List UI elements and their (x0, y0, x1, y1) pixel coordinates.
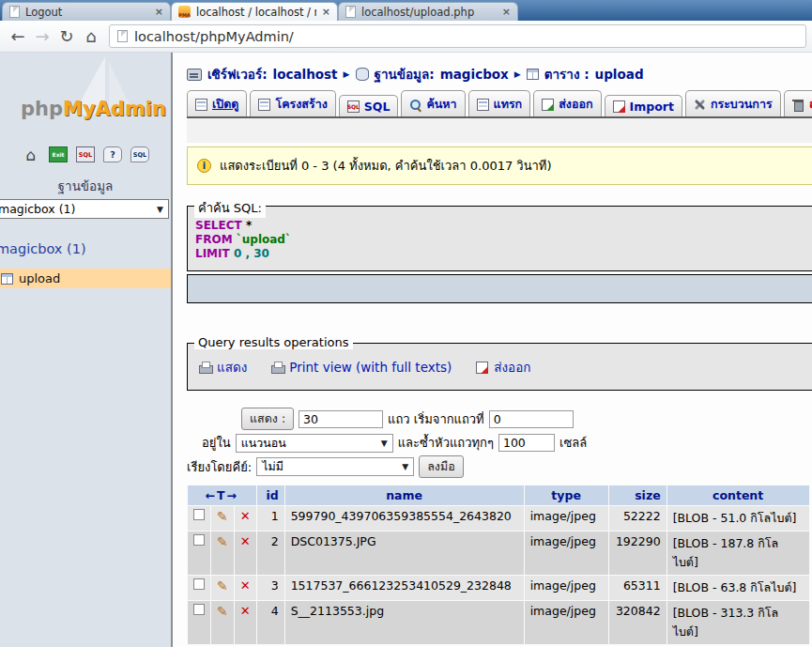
delete-icon[interactable]: ✕ (240, 509, 251, 523)
delete-icon[interactable]: ✕ (240, 578, 251, 593)
close-icon[interactable]: × (502, 6, 511, 18)
mode-row-top: อยู่ใน แนวนอน ▼ และซ้ำหัวแถวทุกๆ เซลล์ (202, 433, 812, 453)
url-text: localhost/phpMyAdmin/ (134, 29, 294, 44)
printer-icon (271, 362, 283, 374)
pma-tab-bar: เปิดดู โครงสร้าง SQL SQL ค้นหา แทรก (187, 90, 812, 118)
sidebar-table-upload[interactable]: upload (0, 269, 171, 288)
cells-label: เซลล์ (559, 433, 587, 453)
tab-import[interactable]: Import (605, 95, 682, 116)
browse-icon (195, 99, 207, 111)
delete-icon[interactable]: ✕ (240, 534, 251, 548)
table-row: ✎ ✕ 4 S__2113553.jpg image/jpeg 320842 [… (188, 601, 810, 645)
table-icon (1, 273, 13, 285)
print-link[interactable]: แสดง (199, 357, 247, 377)
delete-icon[interactable]: ✕ (240, 604, 251, 618)
browser-tab-phpmyadmin[interactable]: PMA localhost / localhost / ma × (171, 2, 338, 21)
tab-search[interactable]: ค้นหา (401, 90, 465, 116)
browser-tab-logout[interactable]: Logout × (2, 2, 171, 21)
edit-icon[interactable]: ✎ (217, 578, 228, 593)
home-icon[interactable]: ⌂ (79, 26, 103, 46)
sql-box-legend: คำค้น SQL: (194, 198, 266, 218)
breadcrumb-db-value[interactable]: magicbox (440, 67, 509, 82)
tab-browse[interactable]: เปิดดู (187, 90, 247, 116)
tab-sql[interactable]: SQL SQL (339, 95, 399, 116)
tab-title: localhost/upload.php (361, 6, 497, 19)
trash-icon (792, 99, 804, 111)
server-icon (187, 69, 202, 81)
export-link[interactable]: ส่งออก (476, 357, 530, 377)
logo-php: php (21, 98, 63, 120)
table-icon (527, 69, 539, 80)
col-content[interactable]: content (666, 485, 809, 506)
sidebar-nav-icons: ⌂ Exit SQL ? SQL (0, 146, 171, 162)
rows-label: แถว เริ่มจากแถวที่ (388, 409, 484, 429)
help-icon[interactable]: ? (103, 146, 122, 162)
database-icon (356, 68, 369, 81)
back-icon[interactable]: ← (6, 26, 30, 46)
chevron-down-icon: ▼ (157, 205, 163, 214)
exit-icon[interactable]: Exit (49, 146, 68, 162)
search-icon (409, 99, 421, 111)
tab-empty[interactable]: ลบข้อมูล (784, 90, 812, 116)
edit-icon[interactable]: ✎ (217, 604, 228, 619)
breadcrumb: เซิร์ฟเวอร์: localhost ▶ ฐานข้อมูล: magi… (187, 53, 812, 85)
rows-count-input[interactable] (299, 410, 383, 428)
export-icon (542, 99, 554, 111)
tab-operations[interactable]: กระบวนการ (685, 90, 781, 116)
import-icon (613, 100, 625, 113)
tab-title: localhost / localhost / ma (196, 6, 316, 19)
go-button[interactable]: ลงมือ (419, 455, 464, 478)
col-id[interactable]: id (256, 485, 284, 506)
tab-title: Logout (25, 6, 149, 19)
row-checkbox[interactable] (193, 578, 205, 590)
close-icon[interactable]: × (155, 6, 163, 18)
col-size[interactable]: size (608, 485, 666, 506)
query-results-operations: Query results operations แสดง Print view… (187, 343, 812, 391)
breadcrumb-server-value[interactable]: localhost (273, 67, 338, 82)
sql-window-icon[interactable]: SQL (76, 146, 95, 162)
pma-sidebar: phpMyAdmin ⌂ Exit SQL ? SQL ฐานข้อมูล ma… (0, 53, 173, 647)
row-checkbox[interactable] (193, 509, 205, 520)
insert-icon (477, 99, 489, 111)
sql-icon: SQL (347, 100, 360, 113)
database-link[interactable]: magicbox (1) (0, 241, 171, 256)
sql-query-box: คำค้น SQL: SELECT * FROM `upload` LIMIT … (187, 206, 812, 271)
col-name[interactable]: name (284, 485, 524, 506)
address-bar[interactable]: localhost/phpMyAdmin/ (109, 24, 806, 48)
browser-toolbar: ← → ↻ ⌂ localhost/phpMyAdmin/ (0, 21, 812, 53)
breadcrumb-db-label: ฐานข้อมูล: (375, 64, 435, 85)
sort-key-select[interactable]: ไม่มี ▼ (256, 457, 414, 476)
print-fulltext-link[interactable]: Print view (with full texts) (271, 360, 452, 375)
table-name: upload (19, 271, 60, 285)
printer-icon (199, 362, 211, 374)
breadcrumb-table-value[interactable]: upload (595, 67, 644, 82)
repeat-headers-input[interactable] (498, 434, 555, 452)
logo-myadmin: MyAdmin (63, 98, 166, 120)
query-history-icon[interactable]: SQL (130, 146, 149, 162)
results-table: ←T→ id name type size content ✎ ✕ 1 5997… (187, 485, 810, 645)
row-checkbox[interactable] (193, 604, 205, 615)
home-icon[interactable]: ⌂ (22, 146, 40, 162)
start-row-input[interactable] (489, 410, 574, 428)
mode-select[interactable]: แนวนอน ▼ (236, 434, 393, 453)
tab-export[interactable]: ส่งออก (533, 90, 601, 116)
database-select[interactable]: magicbox (1) ▼ (0, 199, 169, 219)
row-checkbox[interactable] (193, 534, 205, 546)
breadcrumb-separator-icon: ▶ (344, 69, 350, 79)
edit-icon[interactable]: ✎ (217, 509, 228, 524)
browser-tab-upload[interactable]: localhost/upload.php × (338, 2, 518, 21)
show-button[interactable]: แสดง : (241, 408, 294, 430)
close-icon[interactable]: × (322, 6, 330, 18)
table-row: ✎ ✕ 3 1517537_666123253410529_232848 ima… (188, 576, 810, 601)
edit-icon[interactable]: ✎ (217, 534, 228, 549)
breadcrumb-server-label: เซิร์ฟเวอร์: (207, 64, 268, 85)
reload-icon[interactable]: ↻ (54, 26, 79, 46)
result-info-message: i แสดงระเบียนที่ 0 - 3 (4 ทั้งหมด, คำค้น… (187, 146, 812, 185)
tab-structure[interactable]: โครงสร้าง (250, 90, 335, 116)
forward-icon[interactable]: → (30, 26, 54, 46)
tab-insert[interactable]: แทรก (468, 90, 531, 116)
table-header-row: ←T→ id name type size content (188, 485, 810, 506)
repeat-label: และซ้ำหัวแถวทุกๆ (398, 433, 494, 453)
pma-favicon: PMA (178, 6, 191, 18)
col-type[interactable]: type (524, 485, 608, 506)
